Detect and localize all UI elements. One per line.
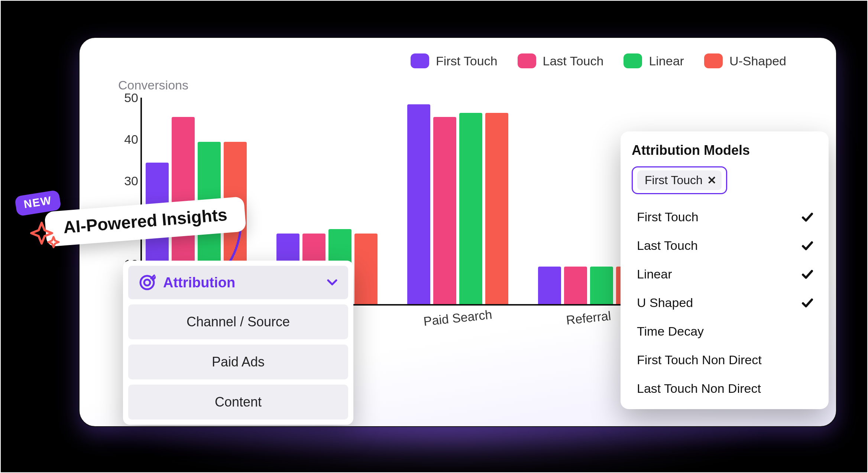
chart-legend: First TouchLast TouchLinearU-Shaped	[96, 48, 820, 68]
legend-label: Linear	[649, 54, 684, 68]
close-icon[interactable]: ✕	[707, 174, 716, 187]
y-tick: 50	[105, 91, 138, 105]
legend-swatch	[624, 53, 642, 68]
bar[interactable]	[590, 267, 613, 304]
attribution-item[interactable]: Content	[128, 385, 348, 420]
legend-swatch	[411, 53, 429, 68]
model-option-label: Linear	[637, 267, 672, 281]
legend-swatch	[518, 53, 536, 68]
model-option-label: Last Touch	[637, 238, 698, 253]
legend-label: U-Shaped	[729, 54, 786, 68]
check-icon	[801, 268, 814, 281]
check-icon	[801, 239, 814, 252]
bar[interactable]	[485, 113, 508, 304]
model-option[interactable]: Linear	[635, 262, 816, 286]
model-option-label: Time Decay	[637, 324, 704, 339]
models-chip-input[interactable]: First Touch ✕	[632, 166, 727, 194]
attribution-panel: Attribution Channel / Source Paid Ads Co…	[123, 261, 353, 425]
model-option-label: U Shaped	[637, 296, 693, 310]
check-icon	[801, 211, 814, 224]
attribution-header-label: Attribution	[163, 275, 235, 291]
model-option-label: Last Touch Non Direct	[637, 381, 761, 396]
attribution-item[interactable]: Paid Ads	[128, 345, 348, 379]
bar[interactable]	[407, 104, 430, 304]
model-list: First TouchLast TouchLinearU ShapedTime …	[632, 204, 817, 400]
bar[interactable]	[433, 117, 456, 304]
model-option[interactable]: First Touch Non Direct	[635, 348, 816, 372]
bar[interactable]	[538, 267, 561, 304]
models-title: Attribution Models	[632, 143, 817, 158]
legend-item[interactable]: U-Shaped	[704, 53, 786, 68]
chip-label: First Touch	[645, 173, 703, 187]
bar-group	[407, 98, 508, 304]
model-option[interactable]: U Shaped	[635, 291, 816, 314]
model-option-label: First Touch	[637, 210, 699, 224]
stage: First TouchLast TouchLinearU-Shaped Conv…	[0, 0, 868, 473]
model-option-label: First Touch Non Direct	[637, 353, 762, 367]
legend-label: Last Touch	[543, 54, 604, 68]
attribution-item[interactable]: Channel / Source	[128, 304, 348, 339]
y-tick: 30	[105, 174, 138, 188]
legend-label: First Touch	[436, 54, 498, 68]
model-option[interactable]: Last Touch Non Direct	[635, 377, 816, 400]
model-option[interactable]: Last Touch	[635, 234, 816, 257]
check-icon	[801, 297, 814, 309]
legend-item[interactable]: Linear	[624, 53, 684, 68]
y-axis-title: Conversions	[118, 78, 820, 92]
y-tick: 40	[105, 132, 138, 147]
model-option[interactable]: Time Decay	[635, 320, 816, 343]
sparkle-icon	[29, 221, 62, 254]
bar[interactable]	[354, 234, 378, 304]
legend-swatch	[704, 53, 723, 68]
model-chip[interactable]: First Touch ✕	[637, 170, 722, 190]
chevron-down-icon	[327, 277, 338, 288]
x-tick-label: Paid Search	[407, 306, 509, 330]
legend-item[interactable]: First Touch	[411, 53, 498, 68]
attribution-models-popover: Attribution Models First Touch ✕ First T…	[621, 131, 829, 409]
target-icon	[139, 274, 156, 291]
svg-point-1	[144, 280, 150, 286]
bar[interactable]	[459, 113, 482, 304]
bar[interactable]	[564, 267, 587, 304]
legend-item[interactable]: Last Touch	[518, 53, 604, 68]
model-option[interactable]: First Touch	[635, 205, 816, 229]
attribution-header[interactable]: Attribution	[128, 266, 348, 299]
